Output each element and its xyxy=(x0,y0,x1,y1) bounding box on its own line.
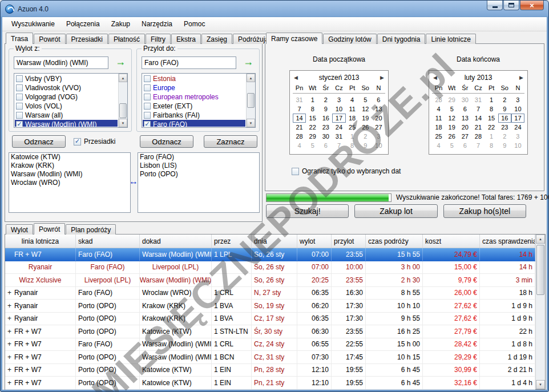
departure-airport-option[interactable]: Visby (VBY) xyxy=(15,74,118,83)
arrival-input[interactable] xyxy=(142,56,236,69)
checkbox-icon[interactable] xyxy=(16,112,23,119)
calendar-day[interactable]: 19 xyxy=(445,123,458,132)
calendar-day[interactable]: 3 xyxy=(372,132,385,141)
calendar-day[interactable]: 18 xyxy=(346,114,359,123)
departure-go-icon[interactable]: → xyxy=(115,56,126,68)
checkbox-icon[interactable]: ✓ xyxy=(144,121,151,127)
column-header-koszt[interactable]: koszt xyxy=(423,235,480,248)
calendar-day[interactable]: 27 xyxy=(458,132,471,141)
calendar-day[interactable]: 31 xyxy=(293,95,306,104)
menu-wyszukiwanie[interactable]: Wyszukiwanie xyxy=(6,18,60,30)
flight-leg-row[interactable]: RyanairFaro (FAO)Liverpool (LPL)So, 26 s… xyxy=(5,261,535,274)
departure-selected-item[interactable]: Wroclaw (WRO) xyxy=(9,179,130,187)
arrival-list-scrollbar[interactable]: ▲ ▼ xyxy=(246,74,255,127)
calendar-day[interactable]: 4 xyxy=(432,104,445,114)
menu-po-czenia[interactable]: Połączenia xyxy=(60,18,106,30)
calendar-day[interactable]: 16 xyxy=(319,114,332,123)
calendar-day[interactable]: 20 xyxy=(372,114,385,123)
calendar-day[interactable]: 2 xyxy=(498,95,511,104)
calendar-day[interactable]: 9 xyxy=(319,104,332,114)
next-month-icon[interactable]: ▶ xyxy=(519,75,523,80)
calendar-day[interactable]: 7 xyxy=(293,104,306,114)
expand-icon[interactable]: + xyxy=(7,366,14,374)
calendar-day[interactable]: 12 xyxy=(359,104,372,114)
calendar-day[interactable]: 13 xyxy=(458,114,471,123)
flight-row[interactable]: +RyanairPorto (OPO)Krakow (KRK)1 BVASo, … xyxy=(5,300,535,313)
calendar-day[interactable]: 9 xyxy=(498,141,511,150)
prev-month-icon[interactable]: ◀ xyxy=(294,75,298,80)
calendar-day[interactable]: 22 xyxy=(485,123,498,132)
checkbox-icon[interactable] xyxy=(16,84,23,91)
calendar-day[interactable]: 2 xyxy=(498,132,511,141)
flight-row[interactable]: +RyanairPorto (OPO)Krakow (KRK)1 BVACz, … xyxy=(5,313,535,326)
calendar-day[interactable]: 12 xyxy=(445,114,458,123)
expand-icon[interactable]: + xyxy=(7,328,14,336)
calendar-day[interactable]: 26 xyxy=(445,132,458,141)
calendar-day[interactable]: 28 xyxy=(471,132,485,141)
calendar-day[interactable]: 17 xyxy=(511,114,524,123)
calendar-day[interactable]: 28 xyxy=(432,95,445,104)
flight-leg-row[interactable]: Wizz XclusiveLiverpool (LPL)Warsaw (Modl… xyxy=(5,274,535,287)
calendar-day[interactable]: 31 xyxy=(332,132,345,141)
calendar-day[interactable]: 28 xyxy=(293,132,306,141)
calendar-day[interactable]: 10 xyxy=(511,141,524,150)
calendar-day[interactable]: 16 xyxy=(498,114,511,123)
expand-icon[interactable]: + xyxy=(7,314,14,322)
tab-p-atno[interactable]: Płatność xyxy=(108,34,145,44)
calendar-day[interactable]: 7 xyxy=(332,141,345,150)
calendar-day[interactable]: 31 xyxy=(471,95,485,104)
calendar-day[interactable]: 5 xyxy=(306,141,319,150)
departure-airport-option[interactable]: Vladivostok (VVO) xyxy=(15,83,118,92)
search-button[interactable]: Szukaj! xyxy=(266,204,349,218)
departure-airport-option[interactable]: ✓Warsaw (Modlin) (WMI) xyxy=(15,120,118,127)
calendar-day[interactable]: 5 xyxy=(445,104,458,114)
tab-powr-t[interactable]: Powrót xyxy=(34,223,65,235)
calendar-day[interactable]: 19 xyxy=(359,114,372,123)
tab-przesiadki[interactable]: Przesiadki xyxy=(66,34,108,44)
calendar-day[interactable]: 10 xyxy=(372,141,385,150)
column-header-przylot[interactable]: przylot xyxy=(332,235,366,248)
calendar-day[interactable]: 21 xyxy=(293,123,306,132)
calendar-day[interactable]: 27 xyxy=(372,123,385,132)
column-header-linia-lotnicza[interactable]: linia lotnicza xyxy=(5,235,76,248)
tab-zasi-g[interactable]: Zasięg xyxy=(201,34,232,44)
calendar-day[interactable]: 8 xyxy=(306,104,319,114)
column-header-przez[interactable]: przez xyxy=(212,235,252,248)
calendar-day[interactable]: 22 xyxy=(306,123,319,132)
calendar-day[interactable]: 25 xyxy=(346,123,359,132)
results-scrollbar[interactable]: ▲ ▼ xyxy=(535,235,545,389)
calendar-day[interactable]: 23 xyxy=(319,123,332,132)
scroll-thumb[interactable] xyxy=(536,245,544,295)
column-header-dokad[interactable]: dokad xyxy=(140,235,212,248)
checkbox-icon[interactable] xyxy=(16,75,23,82)
buy-flight-button[interactable]: Zakup lot xyxy=(354,204,437,218)
expand-icon[interactable]: + xyxy=(7,353,14,361)
select-arrivals-button[interactable]: Zaznacz xyxy=(204,135,257,148)
calendar-day[interactable]: 14 xyxy=(471,114,485,123)
calendar-day[interactable]: 10 xyxy=(332,104,345,114)
column-header-czas-sprawdzenia[interactable]: czas sprawdzenia xyxy=(480,235,535,248)
calendar-day[interactable]: 1 xyxy=(346,132,359,141)
menu-pomoc[interactable]: Pomoc xyxy=(178,18,211,30)
flight-row[interactable]: +RyanairFaro (FAO)Wroclaw (WRO)1 CRLN, 2… xyxy=(5,287,535,300)
transfers-checkbox[interactable]: ✓ Przesiadki xyxy=(74,138,115,146)
calendar-day[interactable]: 10 xyxy=(511,104,524,114)
calendar-day[interactable]: 14 xyxy=(293,114,306,123)
calendar-day[interactable]: 8 xyxy=(485,141,498,150)
calendar-day[interactable]: 29 xyxy=(445,95,458,104)
calendar-day[interactable]: 4 xyxy=(293,141,306,150)
scroll-up-icon[interactable]: ▲ xyxy=(536,235,545,244)
tab-trasa[interactable]: Trasa xyxy=(6,33,33,44)
arrival-go-icon[interactable]: → xyxy=(243,56,253,68)
arrival-selected-item[interactable]: Porto (OPO) xyxy=(138,170,259,179)
prev-month-icon[interactable]: ◀ xyxy=(433,75,437,80)
calendar-day[interactable]: 11 xyxy=(346,104,359,114)
arrival-airport-option[interactable]: Fairbanks (FAI) xyxy=(143,111,245,120)
calendar-day[interactable]: 4 xyxy=(432,141,445,150)
departure-input[interactable] xyxy=(14,56,108,69)
column-header-czas-podr-y[interactable]: czas podróży xyxy=(366,235,423,248)
next-month-icon[interactable]: ▶ xyxy=(380,75,384,80)
calendar-day[interactable]: 8 xyxy=(346,141,359,150)
calendar-day[interactable]: 7 xyxy=(471,104,485,114)
calendar-day[interactable]: 11 xyxy=(432,114,445,123)
